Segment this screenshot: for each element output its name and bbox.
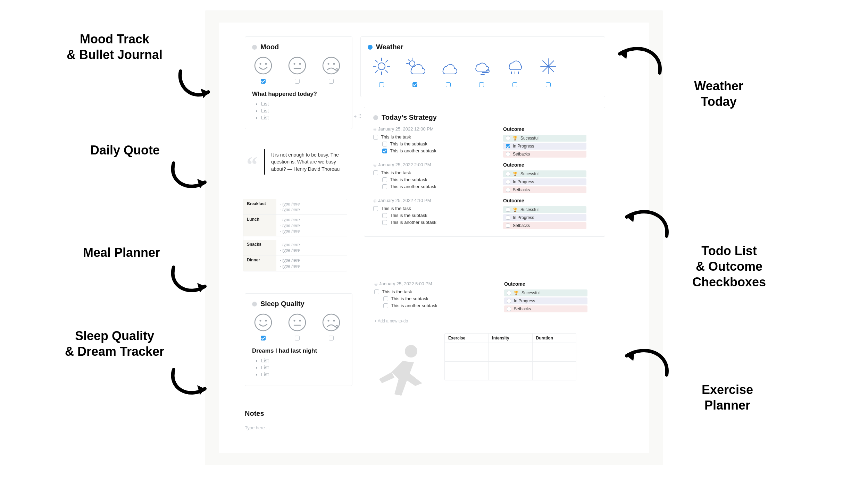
notes-input[interactable]: Type here ... (245, 421, 599, 430)
table-cell[interactable] (533, 371, 576, 380)
outcome-setbacks[interactable]: Setbacks (503, 222, 586, 229)
checkbox[interactable] (379, 82, 384, 87)
outcome-setbacks[interactable]: Setbacks (503, 151, 586, 158)
checkbox[interactable] (374, 289, 379, 294)
outcome-progress[interactable]: In Progress (503, 178, 586, 185)
checkbox[interactable] (382, 220, 387, 225)
neutral-face-icon[interactable] (287, 56, 307, 84)
checkbox[interactable] (383, 303, 388, 308)
sad-face-icon[interactable] (322, 56, 341, 84)
outcome-setbacks[interactable]: Setbacks (503, 186, 586, 193)
rain-icon[interactable] (504, 56, 525, 87)
table-row[interactable] (445, 343, 576, 352)
checkbox[interactable] (507, 299, 511, 303)
checkbox[interactable] (382, 213, 387, 218)
checkbox[interactable] (506, 136, 510, 140)
table-cell[interactable] (445, 343, 489, 352)
list-item[interactable]: List (261, 365, 345, 370)
table-cell[interactable] (489, 371, 532, 380)
cloudy-icon[interactable] (438, 56, 459, 87)
checkbox[interactable] (382, 184, 387, 189)
checkbox[interactable] (295, 79, 300, 84)
meal-row[interactable]: Snacks- type here- type here (243, 240, 347, 255)
wind-icon[interactable] (471, 56, 492, 87)
meal-value[interactable]: - type here- type here (276, 255, 347, 271)
journal-list[interactable]: ListListList (261, 101, 345, 120)
list-item[interactable]: List (261, 372, 345, 377)
checkbox[interactable] (512, 82, 517, 87)
task-row[interactable]: This is another subtask (382, 184, 491, 189)
checkbox[interactable] (506, 152, 510, 156)
checkbox[interactable] (412, 82, 417, 87)
table-cell[interactable] (445, 362, 489, 371)
checkbox[interactable] (382, 149, 387, 153)
checkbox[interactable] (261, 79, 266, 84)
table-cell[interactable] (489, 343, 532, 352)
checkbox[interactable] (506, 224, 510, 228)
table-cell[interactable] (533, 362, 576, 371)
meal-row[interactable]: Dinner- type here- type here (243, 255, 347, 271)
checkbox[interactable] (382, 142, 387, 146)
add-todo-button[interactable]: Add a new to-do (374, 319, 408, 323)
table-cell[interactable] (533, 343, 576, 352)
checkbox[interactable] (507, 307, 511, 311)
happy-face-icon[interactable] (253, 56, 273, 84)
task-row[interactable]: This is the task (373, 134, 491, 140)
checkbox[interactable] (329, 79, 334, 84)
checkbox[interactable] (295, 336, 300, 340)
table-cell[interactable] (445, 371, 489, 380)
outcome-success[interactable]: 🏆Sucessful (504, 289, 587, 296)
checkbox[interactable] (373, 206, 378, 211)
task-row[interactable]: This is the task (373, 206, 491, 211)
meal-row[interactable]: Lunch- type here- type here- type here (243, 215, 347, 236)
checkbox[interactable] (383, 296, 388, 301)
meal-value[interactable]: - type here- type here (276, 199, 347, 214)
checkbox[interactable] (506, 144, 510, 148)
checkbox[interactable] (507, 291, 511, 295)
table-cell[interactable] (445, 352, 489, 361)
task-row[interactable]: This is the subtask (382, 141, 491, 146)
task-row[interactable]: This is another subtask (382, 220, 491, 225)
task-row[interactable]: This is the subtask (383, 296, 492, 301)
outcome-progress[interactable]: In Progress (503, 143, 586, 150)
task-row[interactable]: This is the subtask (382, 213, 491, 218)
block-handle-icon[interactable]: + ⠿ (354, 113, 361, 119)
checkbox[interactable] (329, 336, 334, 340)
table-cell[interactable] (489, 362, 532, 371)
checkbox[interactable] (261, 336, 266, 340)
happy-face-icon[interactable] (253, 313, 273, 340)
checkbox[interactable] (506, 216, 510, 220)
partly-cloudy-icon[interactable] (404, 56, 425, 87)
task-row[interactable]: This is the task (374, 289, 492, 294)
table-row[interactable] (445, 352, 576, 362)
outcome-success[interactable]: 🏆Sucessful (503, 135, 586, 142)
task-row[interactable]: This is the subtask (382, 177, 491, 182)
checkbox[interactable] (506, 188, 510, 192)
table-row[interactable] (445, 362, 576, 371)
checkbox[interactable] (373, 170, 378, 175)
checkbox[interactable] (382, 177, 387, 182)
outcome-success[interactable]: 🏆Sucessful (503, 170, 586, 177)
list-item[interactable]: List (261, 108, 345, 113)
checkbox[interactable] (479, 82, 484, 87)
meal-row[interactable]: Breakfast- type here- type here (243, 199, 347, 215)
sun-icon[interactable] (371, 56, 392, 87)
task-row[interactable]: This is another subtask (383, 303, 492, 308)
outcome-progress[interactable]: In Progress (504, 297, 587, 304)
checkbox[interactable] (446, 82, 451, 87)
meal-value[interactable]: - type here- type here- type here (276, 215, 347, 236)
meal-value[interactable]: - type here- type here (276, 240, 347, 255)
list-item[interactable]: List (261, 101, 345, 107)
table-cell[interactable] (489, 352, 532, 361)
neutral-face-icon[interactable] (287, 313, 307, 340)
list-item[interactable]: List (261, 115, 345, 120)
table-cell[interactable] (533, 352, 576, 361)
checkbox[interactable] (373, 135, 378, 140)
snow-icon[interactable] (538, 56, 559, 87)
checkbox[interactable] (506, 180, 510, 184)
sad-face-icon[interactable] (322, 313, 341, 340)
outcome-success[interactable]: 🏆Sucessful (503, 206, 586, 213)
list-item[interactable]: List (261, 358, 345, 363)
dreams-list[interactable]: ListListList (261, 358, 345, 377)
task-row[interactable]: This is another subtask (382, 148, 491, 153)
